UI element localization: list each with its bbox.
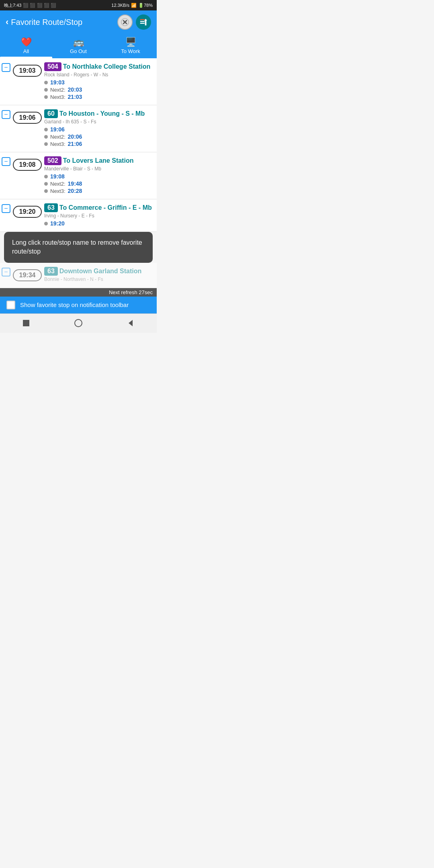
- tooltip-text: Long click route/stop name to remove fav…: [12, 239, 142, 255]
- svg-marker-9: [129, 320, 133, 326]
- svg-rect-7: [23, 320, 29, 326]
- route-details-partial: 63 Downtown Garland Station Bonnie - Nor…: [44, 267, 153, 284]
- dot-icon: [44, 189, 48, 193]
- route-item-63: − 19:20 63 To Commerce - Griffin - E - M…: [0, 199, 157, 232]
- route-num-502: 502: [44, 156, 61, 165]
- tooltip-overlay: Long click route/stop name to remove fav…: [4, 232, 153, 263]
- header-actions: [117, 14, 151, 30]
- dot-icon: [44, 135, 48, 139]
- sched-60-2: Next2: 20:06: [44, 133, 153, 140]
- route-stop-63: Irving - Nursery - E - Fs: [44, 213, 153, 219]
- sched-60-1: 19:06: [44, 126, 153, 133]
- dot-icon: [44, 88, 48, 92]
- time-badge-504: 19:03: [13, 65, 42, 77]
- refresh-bar: Next refresh 27sec: [0, 288, 157, 297]
- work-icon: 🖥️: [125, 37, 136, 47]
- sched-time-504-2: 20:03: [68, 86, 82, 93]
- status-time: 晚上7:43: [4, 2, 21, 8]
- route-num-504: 504: [44, 62, 61, 71]
- route-stop-60: Garland - Ih 635 - S - Fs: [44, 119, 153, 125]
- route-dest-60[interactable]: To Houston - Young - S - Mb: [59, 110, 145, 117]
- sched-502-3: Next3: 20:28: [44, 188, 153, 194]
- time-badge-60: 19:06: [13, 112, 42, 124]
- status-speed: 12.3KB/s: [111, 3, 129, 8]
- sched-502-2: Next2: 19:48: [44, 180, 153, 187]
- sched-504-1: 19:03: [44, 79, 153, 86]
- route-num-partial: 63: [44, 267, 58, 276]
- bottom-toolbar: Show favorite stop on notification toolb…: [0, 297, 157, 313]
- route-dest-504[interactable]: To Northlake College Station: [63, 63, 151, 70]
- tab-go-out-label: Go Out: [70, 48, 87, 54]
- dot-icon: [44, 128, 48, 131]
- sched-time-502-1: 19:08: [50, 173, 65, 180]
- sched-label-502-3: Next3:: [50, 188, 66, 194]
- status-wifi: 📶: [131, 3, 137, 8]
- remove-partial-button[interactable]: −: [2, 268, 10, 276]
- route-item-60: − 19:06 60 To Houston - Young - S - Mb G…: [0, 105, 157, 152]
- sched-504-3: Next3: 21:03: [44, 94, 153, 100]
- tab-go-out[interactable]: 🚌 Go Out: [52, 34, 104, 58]
- back-button-nav[interactable]: [123, 316, 138, 330]
- route-num-60: 60: [44, 109, 58, 118]
- route-item-partial: − 19:34 63 Downtown Garland Station Bonn…: [0, 263, 157, 288]
- nav-bar: [0, 313, 157, 333]
- dot-icon: [44, 81, 48, 84]
- route-details-60: 60 To Houston - Young - S - Mb Garland -…: [44, 109, 153, 148]
- route-num-63: 63: [44, 203, 58, 212]
- refresh-label: Next refresh 27sec: [109, 289, 153, 295]
- route-item-504: − 19:03 504 To Northlake College Station…: [0, 58, 157, 105]
- route-details-63: 63 To Commerce - Griffin - E - Mb Irving…: [44, 203, 153, 227]
- dot-icon: [44, 222, 48, 225]
- sched-time-63-1: 19:20: [50, 220, 65, 227]
- status-battery: 🔋78%: [138, 3, 153, 8]
- back-button[interactable]: ‹: [6, 17, 8, 27]
- sched-time-504-3: 21:03: [68, 94, 82, 100]
- sort-button[interactable]: [136, 14, 151, 30]
- time-badge-63: 19:20: [13, 206, 42, 218]
- route-stop-504: Rock Island - Rogers - W - Ns: [44, 72, 153, 78]
- remove-504-button[interactable]: −: [2, 63, 10, 72]
- route-dest-partial[interactable]: Downtown Garland Station: [59, 268, 141, 275]
- tab-to-work[interactable]: 🖥️ To Work: [104, 34, 157, 58]
- dot-icon: [44, 95, 48, 99]
- close-button[interactable]: [117, 14, 133, 30]
- tab-bar: ❤️ All 🚌 Go Out 🖥️ To Work: [0, 34, 157, 58]
- sched-label-502-2: Next2:: [50, 181, 66, 187]
- stop-button[interactable]: [19, 316, 33, 330]
- route-dest-502[interactable]: To Lovers Lane Station: [63, 157, 134, 164]
- heart-icon: ❤️: [21, 37, 32, 47]
- dot-icon: [44, 142, 48, 146]
- sched-502-1: 19:08: [44, 173, 153, 180]
- svg-point-8: [75, 319, 82, 327]
- status-bar: 晚上7:43 ⬛ ⬛ ⬛ ⬛ ⬛ 12.3KB/s 📶 🔋78%: [0, 0, 157, 10]
- sched-label-60-3: Next3:: [50, 141, 66, 147]
- header-title: Favorite Route/Stop: [11, 18, 82, 27]
- route-stop-502: Manderville - Blair - S - Mb: [44, 166, 153, 172]
- content: − 19:03 504 To Northlake College Station…: [0, 58, 157, 333]
- sched-time-502-2: 19:48: [68, 180, 82, 187]
- sched-time-502-3: 20:28: [68, 188, 82, 194]
- sched-504-2: Next2: 20:03: [44, 86, 153, 93]
- route-details-504: 504 To Northlake College Station Rock Is…: [44, 62, 153, 101]
- route-stop-partial: Bonnie - Northaven - N - Fs: [44, 276, 153, 282]
- route-dest-63[interactable]: To Commerce - Griffin - E - Mb: [59, 204, 152, 211]
- sched-time-60-3: 21:06: [68, 141, 82, 147]
- notification-checkbox[interactable]: [6, 301, 15, 309]
- remove-60-button[interactable]: −: [2, 110, 10, 119]
- svg-rect-3: [140, 19, 145, 20]
- bus-icon: 🚌: [73, 37, 84, 47]
- dot-icon: [44, 175, 48, 178]
- sched-label-504-2: Next2:: [50, 87, 66, 93]
- header: ‹ Favorite Route/Stop: [0, 10, 157, 34]
- home-button[interactable]: [71, 316, 86, 330]
- sched-60-3: Next3: 21:06: [44, 141, 153, 147]
- sched-label-60-2: Next2:: [50, 134, 66, 140]
- remove-63-button[interactable]: −: [2, 204, 10, 213]
- dot-icon: [44, 182, 48, 186]
- svg-marker-6: [144, 19, 147, 26]
- svg-rect-4: [140, 21, 145, 22]
- tab-all[interactable]: ❤️ All: [0, 34, 52, 58]
- route-item-502: − 19:08 502 To Lovers Lane Station Mande…: [0, 152, 157, 199]
- remove-502-button[interactable]: −: [2, 157, 10, 166]
- svg-rect-5: [140, 23, 145, 24]
